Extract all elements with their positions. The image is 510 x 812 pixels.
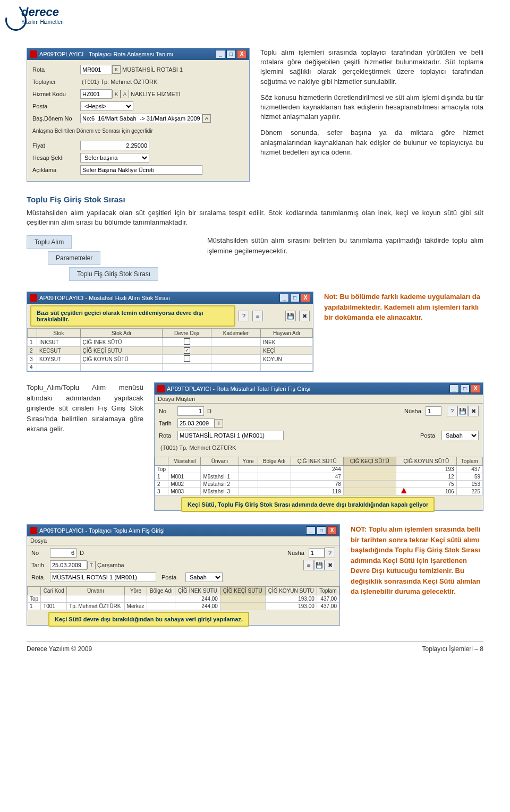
logo-brand: derece (21, 5, 64, 19)
exit-icon[interactable]: ✖ (325, 560, 335, 570)
label-hizmet: Hizmet Kodu (32, 91, 80, 97)
paragraph-column: Toplu alım işlemleri sırasında toplayıcı… (260, 48, 483, 182)
hesap-select[interactable]: Sefer başına (80, 153, 149, 163)
nav-toplu-alim: Toplu Alım (27, 235, 72, 249)
menu-bar[interactable]: Dosya (27, 536, 339, 545)
col-kademe[interactable]: Kademeler (211, 329, 260, 338)
toplayici-value: (T001) Tp. Mehmet ÖZTÜRK (80, 78, 159, 86)
titlebar[interactable]: AP09TOPLAYICI - Toplayıcı Rota Anlaşması… (27, 48, 249, 60)
posta-select[interactable]: Sabah (441, 431, 479, 440)
minimize-button[interactable]: _ (279, 294, 289, 302)
tarih-input[interactable] (177, 418, 215, 428)
save-icon[interactable]: 💾 (457, 406, 468, 416)
para-2: Söz konusu hizmetlerin ücretlendirilmesi… (260, 93, 483, 122)
section-body: Müstahsilden alım yapılacak olan süt çeş… (27, 208, 483, 227)
label-basdonem: Baş.Dönem No (32, 115, 80, 122)
nusha-input[interactable] (426, 406, 441, 416)
label-toplayici: Toplayıcı (32, 79, 80, 85)
posta-select[interactable]: <Hepsi> (80, 101, 133, 111)
close-button[interactable]: X (301, 294, 310, 302)
checkbox[interactable] (184, 338, 190, 345)
save-icon[interactable]: 💾 (314, 560, 325, 570)
callout-devre-disi: Bazı süt çeşitleri geçici olarak temin e… (30, 305, 235, 327)
list-icon[interactable]: ≡ (303, 560, 314, 570)
grid-row: 1T001Tp. Mehmet ÖZTÜRKMerkez244,00193,00… (28, 603, 339, 610)
rota-input[interactable] (50, 572, 156, 582)
window-rota-anlasma: AP09TOPLAYICI - Toplayıcı Rota Anlaşması… (27, 48, 250, 182)
nusha-input[interactable] (309, 548, 325, 558)
nav-stok-sirasi: Toplu Fiş Giriş Stok Sırası (69, 267, 158, 281)
maximize-button[interactable]: □ (290, 294, 300, 302)
close-button[interactable]: X (471, 384, 480, 393)
titlebar[interactable]: AP09TOPLAYICI - Rota Müstahsil Total Fiş… (155, 383, 483, 395)
checkbox[interactable] (184, 355, 190, 362)
no-input[interactable] (50, 548, 76, 558)
basdonem-input[interactable] (80, 114, 202, 123)
titlebar[interactable]: AP09TOPLAYICI - Toplayıcı Toplu Alım Fiş… (27, 525, 339, 536)
window-toplu-alim-fis: AP09TOPLAYICI - Toplayıcı Toplu Alım Fiş… (27, 524, 340, 626)
label-rota: Rota (32, 66, 80, 73)
col-hayvan[interactable]: Hayvan Adı (261, 329, 313, 338)
arrow-icon: ▲ (399, 485, 409, 496)
close-button[interactable]: X (327, 526, 337, 535)
gun-label (223, 423, 226, 424)
callout-keci-giris: Keçi Sütü devre dışı bırakıldığından bu … (48, 612, 249, 627)
note-devre-disi: NOT: Toplu alım işlemleri sırasında bell… (351, 524, 483, 597)
toolbar: Bazı süt çeşitleri geçici olarak temin e… (27, 304, 313, 329)
grid-row: 2KECSUTÇİĞ KEÇİ SÜTÜ✓KEÇİ (28, 347, 313, 355)
footer-left: Derece Yazılım © 2009 (27, 645, 92, 653)
col-ad[interactable]: Stok Adı (80, 329, 163, 338)
save-icon[interactable]: 💾 (285, 311, 296, 321)
footer-right: Toplayıcı İşlemleri – 8 (422, 645, 483, 653)
aciklama-input[interactable] (80, 165, 202, 175)
minimize-button[interactable]: _ (449, 384, 459, 393)
help-icon[interactable]: ? (325, 548, 335, 558)
list-icon[interactable]: ≡ (252, 311, 263, 321)
titlebar[interactable]: AP09TOPLAYICI - Müstahsil Hızlı Alım Sto… (27, 292, 313, 304)
maximize-button[interactable]: □ (226, 50, 236, 58)
fis-grid[interactable]: Cari KodÜnvanıYöreBölge AdıÇİĞ İNEK SÜTÜ… (27, 586, 339, 610)
lookup-button[interactable]: K (112, 65, 121, 74)
cal-button[interactable]: T (87, 561, 96, 569)
cal-button[interactable]: T (215, 419, 223, 428)
stok-grid[interactable]: Stok Stok Adı Devre Dışı Kademeler Hayva… (27, 329, 313, 371)
lookup-button[interactable]: K (112, 90, 121, 98)
close-button[interactable]: X (237, 50, 246, 58)
para-1: Toplu alım işlemleri sırasında toplayıcı… (260, 48, 483, 87)
posta-select[interactable]: Sabah (185, 572, 223, 582)
window-stok-sirasi: AP09TOPLAYICI - Müstahsil Hızlı Alım Sto… (27, 292, 313, 372)
sec3-body: Toplu_Alım/Toplu Alım menüsü altındaki a… (27, 382, 143, 434)
help-icon[interactable]: ? (239, 311, 249, 321)
rota-input[interactable] (177, 431, 284, 440)
fiyat-input[interactable] (80, 141, 149, 150)
lookup-button[interactable]: A (121, 90, 129, 98)
label-aciklama: Açıklama (32, 167, 80, 173)
minimize-button[interactable]: _ (306, 526, 316, 535)
help-icon[interactable]: ? (447, 406, 457, 416)
label-hesap: Hesap Şekli (32, 155, 80, 161)
exit-icon[interactable]: ✖ (468, 406, 479, 416)
col-stok[interactable]: Stok (37, 329, 81, 338)
window-title: AP09TOPLAYICI - Toplayıcı Rota Anlaşması… (39, 51, 173, 57)
tarih-input[interactable] (50, 560, 87, 570)
hizmet-code-input[interactable] (80, 89, 112, 99)
col-devre[interactable]: Devre Dışı (163, 329, 211, 338)
lookup-button[interactable]: A (202, 114, 211, 123)
logo-subtitle: Yazılım Hizmetleri (21, 19, 64, 25)
maximize-button[interactable]: □ (460, 384, 470, 393)
hizmet-name: NAKLİYE HİZMETİ (129, 90, 182, 98)
exit-icon[interactable]: ✖ (299, 311, 310, 321)
fis-grid[interactable]: MüstahsilÜnvanıYöreBölge AdıÇİĞ İNEK SÜT… (155, 457, 483, 495)
menu-bar[interactable]: Dosya Müşteri (155, 395, 483, 404)
rota-code-input[interactable] (80, 65, 112, 74)
app-icon (30, 50, 37, 58)
app-icon (157, 385, 165, 392)
toplayici-name: (T001) Tp. Mehmet ÖZTÜRK (159, 444, 237, 451)
grid-row: 3KOYSUTÇİĞ KOYUN SÜTÜKOYUN (28, 355, 313, 364)
checkbox[interactable]: ✓ (184, 347, 190, 354)
page-footer: Derece Yazılım © 2009 Toplayıcı İşlemler… (27, 642, 483, 653)
maximize-button[interactable]: □ (317, 526, 326, 535)
minimize-button[interactable]: _ (216, 50, 225, 58)
app-icon (30, 527, 37, 534)
no-input[interactable] (177, 406, 204, 416)
